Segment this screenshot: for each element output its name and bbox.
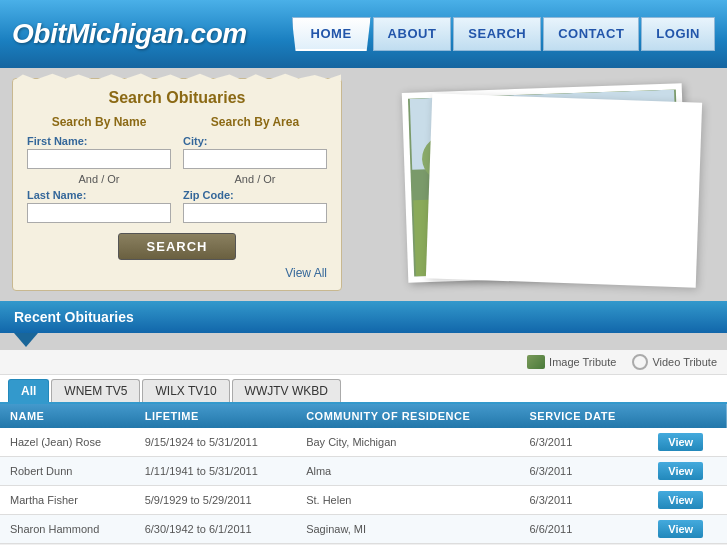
table-header-name: NAME (0, 404, 135, 428)
obituaries-table: NAMELIFETIMECOMMUNITY OF RESIDENCESERVIC… (0, 404, 727, 544)
obit-lifetime: 1/11/1941 to 5/31/2011 (135, 457, 296, 486)
nav-item-search[interactable]: SEARCH (453, 17, 541, 51)
tab-wnem-tv5[interactable]: WNEM TV5 (51, 379, 140, 402)
last-name-label: Last Name: (27, 189, 171, 201)
view-all-link[interactable]: View All (285, 266, 327, 280)
view-button[interactable]: View (658, 462, 703, 480)
nav-item-login[interactable]: LOGIN (641, 17, 715, 51)
city-label: City: (183, 135, 327, 147)
main-nav: HOMEABOUTSEARCHCONTACTLOGIN (292, 17, 715, 51)
nav-item-about[interactable]: ABOUT (373, 17, 452, 51)
tab-wwjtv-wkbd[interactable]: WWJTV WKBD (232, 379, 341, 402)
obit-community: Saginaw, MI (296, 515, 519, 544)
table-area: Image Tribute Video Tribute AllWNEM TV5W… (0, 350, 727, 544)
tabs-row: AllWNEM TV5WILX TV10WWJTV WKBD (0, 375, 727, 404)
image-tribute: Image Tribute (527, 355, 616, 369)
header: ObitMichigan.com HOMEABOUTSEARCHCONTACTL… (0, 0, 727, 68)
andor2-label: And / Or (183, 173, 327, 185)
city-input[interactable] (183, 149, 327, 169)
by-name-label: Search By Name (27, 115, 171, 129)
table-header: NAMELIFETIMECOMMUNITY OF RESIDENCESERVIC… (0, 404, 727, 428)
obit-service-date: 6/3/2011 (519, 486, 648, 515)
first-name-input[interactable] (27, 149, 171, 169)
tab-all[interactable]: All (8, 379, 49, 402)
table-header-community-of-residence: COMMUNITY OF RESIDENCE (296, 404, 519, 428)
zip-input[interactable] (183, 203, 327, 223)
obit-service-date: 6/3/2011 (519, 428, 648, 457)
table-header-lifetime: LIFETIME (135, 404, 296, 428)
table-header- (648, 404, 727, 428)
down-arrow-icon (14, 333, 38, 347)
table-header-service-date: SERVICE DATE (519, 404, 648, 428)
search-title: Search Obituaries (27, 89, 327, 107)
andor1-label: And / Or (27, 173, 171, 185)
recent-title: Recent Obituaries (14, 309, 134, 325)
last-name-input[interactable] (27, 203, 171, 223)
obit-service-date: 6/3/2011 (519, 457, 648, 486)
video-tribute-label: Video Tribute (652, 356, 717, 368)
main-content: Search Obituaries Search By Name First N… (0, 68, 727, 301)
table-row: Sharon Hammond6/30/1942 to 6/1/2011Sagin… (0, 515, 727, 544)
nav-item-contact[interactable]: CONTACT (543, 17, 639, 51)
table-row: Martha Fisher5/9/1929 to 5/29/2011St. He… (0, 486, 727, 515)
first-name-label: First Name: (27, 135, 171, 147)
obit-community: Alma (296, 457, 519, 486)
photo-area (354, 78, 715, 291)
obit-name[interactable]: Hazel (Jean) Rose (0, 428, 135, 457)
view-button[interactable]: View (658, 520, 703, 538)
obit-name[interactable]: Robert Dunn (0, 457, 135, 486)
recent-obituaries-header: Recent Obituaries (0, 301, 727, 333)
by-area-label: Search By Area (183, 115, 327, 129)
zip-label: Zip Code: (183, 189, 327, 201)
image-tribute-label: Image Tribute (549, 356, 616, 368)
table-body: Hazel (Jean) Rose9/15/1924 to 5/31/2011B… (0, 428, 727, 544)
obit-lifetime: 6/30/1942 to 6/1/2011 (135, 515, 296, 544)
image-tribute-icon (527, 355, 545, 369)
video-tribute: Video Tribute (632, 354, 717, 370)
search-button[interactable]: SEARCH (118, 233, 237, 260)
table-row: Robert Dunn1/11/1941 to 5/31/2011Alma6/3… (0, 457, 727, 486)
obit-name[interactable]: Martha Fisher (0, 486, 135, 515)
obit-community: St. Helen (296, 486, 519, 515)
logo: ObitMichigan.com (12, 18, 247, 50)
obit-lifetime: 5/9/1929 to 5/29/2011 (135, 486, 296, 515)
obit-name[interactable]: Sharon Hammond (0, 515, 135, 544)
tribute-bar: Image Tribute Video Tribute (0, 350, 727, 375)
view-button[interactable]: View (658, 433, 703, 451)
video-tribute-icon (632, 354, 648, 370)
view-button[interactable]: View (658, 491, 703, 509)
table-row: Hazel (Jean) Rose9/15/1924 to 5/31/2011B… (0, 428, 727, 457)
recent-arrow (0, 333, 727, 350)
obit-community: Bay City, Michigan (296, 428, 519, 457)
search-box: Search Obituaries Search By Name First N… (12, 78, 342, 291)
obit-service-date: 6/6/2011 (519, 515, 648, 544)
tab-wilx-tv10[interactable]: WILX TV10 (142, 379, 229, 402)
nav-item-home[interactable]: HOME (292, 17, 371, 51)
obit-lifetime: 9/15/1924 to 5/31/2011 (135, 428, 296, 457)
